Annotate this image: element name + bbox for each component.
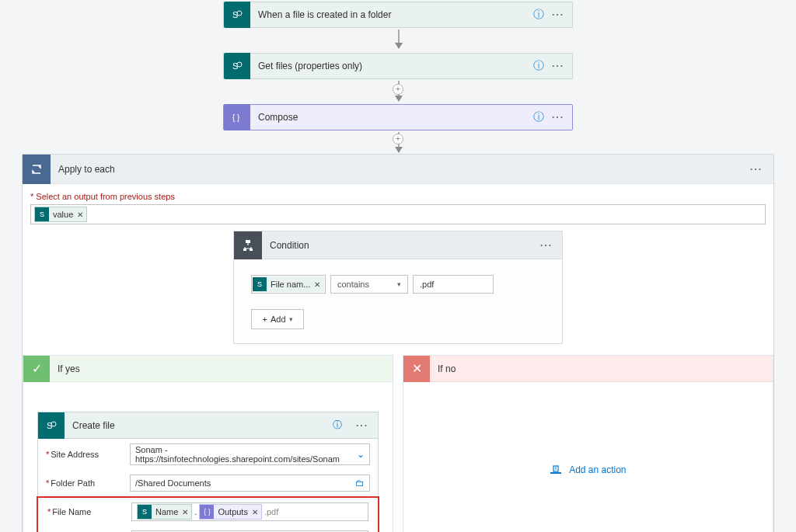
step-trigger[interactable]: S When a file is created in a folder ⓘ ·… (223, 2, 573, 28)
remove-token-icon[interactable]: ✕ (77, 210, 83, 219)
condition-header[interactable]: Condition ··· (234, 231, 562, 259)
create-file-header[interactable]: S Create file ⓘ ··· (38, 412, 378, 439)
remove-token-icon[interactable]: ✕ (182, 508, 188, 516)
operator-label: contains (337, 280, 369, 289)
folder-path-value: /Shared Documents (135, 478, 211, 488)
output-label: Select an output from previous steps (23, 184, 773, 204)
file-name-row: File Name S Name ✕ . { } (40, 498, 376, 526)
more-icon[interactable]: ··· (531, 240, 562, 251)
add-action-label: Add an action (569, 464, 626, 475)
dot-separator: . (194, 507, 197, 516)
compose-icon: { } (224, 104, 250, 130)
if-yes-header[interactable]: ✓ If yes (23, 356, 393, 382)
step-label: Compose (250, 112, 529, 123)
create-file-title: Create file (65, 420, 328, 431)
step-getfiles[interactable]: S Get files (properties only) ⓘ ··· (223, 53, 573, 79)
chevron-down-icon: ⌄ (357, 449, 365, 460)
file-content-row: File Content S File Content ✕ (40, 526, 376, 532)
add-label: Add (271, 315, 286, 324)
folder-path-label: Folder Path (46, 478, 124, 488)
site-address-value: Sonam - https://tsinfotechnologies.share… (135, 445, 365, 464)
site-address-select[interactable]: Sonam - https://tsinfotechnologies.share… (130, 443, 370, 465)
svg-rect-5 (246, 240, 250, 243)
step-label: Get files (properties only) (250, 61, 529, 71)
more-icon[interactable]: ··· (549, 9, 572, 20)
sharepoint-icon: S (224, 2, 250, 28)
loop-icon (23, 155, 51, 184)
filename-suffix: .pdf (264, 507, 278, 516)
sharepoint-icon: S (253, 277, 267, 291)
condition-card: Condition ··· S File nam... ✕ contains ▾… (233, 231, 563, 344)
condition-value-field[interactable]: .pdf (413, 275, 494, 294)
step-label: When a file is created in a folder (250, 9, 529, 20)
apply-to-each-header[interactable]: Apply to each ··· (23, 155, 773, 184)
add-step-button[interactable]: + (393, 84, 403, 95)
token-label: File nam... (271, 280, 310, 289)
foreach-title: Apply to each (51, 164, 739, 175)
file-name-label: File Name (47, 507, 125, 516)
site-address-row: Site Address Sonam - https://tsinfotechn… (38, 439, 378, 470)
token-value[interactable]: S value ✕ (34, 207, 87, 222)
svg-rect-7 (250, 249, 253, 251)
condition-value: .pdf (420, 280, 434, 289)
if-yes-label: If yes (50, 363, 88, 374)
folder-path-row: Folder Path /Shared Documents 🗀 (38, 470, 378, 496)
condition-operator-select[interactable]: contains ▾ (330, 275, 408, 294)
condition-icon (234, 231, 262, 259)
sharepoint-icon: S (138, 505, 152, 519)
more-icon[interactable]: ··· (739, 164, 773, 175)
token-label: Name (155, 507, 178, 516)
site-address-label: Site Address (46, 450, 124, 459)
token-outputs[interactable]: { } Outputs ✕ (199, 504, 262, 520)
check-icon: ✓ (23, 356, 50, 382)
folder-path-input[interactable]: /Shared Documents 🗀 (130, 475, 370, 492)
sharepoint-icon: S (35, 207, 49, 221)
condition-left-field[interactable]: S File nam... ✕ (251, 275, 326, 294)
step-compose[interactable]: { } Compose ⓘ ··· (223, 104, 573, 130)
output-input[interactable]: S value ✕ (30, 204, 766, 224)
help-icon[interactable]: ⓘ (328, 419, 347, 432)
svg-rect-10 (550, 472, 561, 474)
help-icon[interactable]: ⓘ (529, 8, 549, 22)
close-icon: ✕ (403, 356, 430, 382)
help-icon[interactable]: ⓘ (529, 110, 549, 124)
token-filename[interactable]: S File nam... ✕ (253, 276, 324, 292)
sharepoint-icon: S (38, 412, 65, 439)
apply-to-each-container: Apply to each ··· Select an output from … (22, 154, 774, 532)
help-icon[interactable]: ⓘ (529, 59, 549, 73)
if-no-header[interactable]: ✕ If no (403, 356, 773, 382)
if-no-branch: ✕ If no Add an action (403, 355, 773, 532)
token-label: Outputs (218, 507, 248, 516)
svg-rect-6 (243, 249, 246, 251)
token-name[interactable]: S Name ✕ (137, 504, 192, 520)
folder-icon[interactable]: 🗀 (355, 478, 365, 489)
more-icon[interactable]: ··· (549, 112, 572, 123)
sharepoint-icon: S (224, 53, 250, 79)
add-action-link[interactable]: Add an action (550, 464, 626, 475)
condition-title: Condition (262, 240, 531, 251)
compose-icon: { } (200, 505, 214, 519)
condition-row: S File nam... ✕ contains ▾ .pdf (234, 259, 562, 301)
remove-token-icon[interactable]: ✕ (252, 508, 258, 516)
add-action-icon (550, 465, 562, 476)
if-no-label: If no (430, 363, 463, 374)
if-yes-branch: ✓ If yes S Create file ⓘ ··· (23, 355, 393, 532)
token-label: value (53, 210, 73, 219)
add-action-area: Add an action (417, 412, 759, 476)
svg-text:{ }: { } (232, 113, 240, 122)
more-icon[interactable]: ··· (347, 420, 378, 431)
file-name-input[interactable]: S Name ✕ . { } Outputs ✕ (131, 502, 368, 521)
remove-token-icon[interactable]: ✕ (314, 280, 320, 289)
plus-icon: + (262, 315, 267, 324)
create-file-card: S Create file ⓘ ··· Site Address Sonam -… (37, 412, 379, 532)
chevron-down-icon: ▾ (289, 315, 293, 323)
add-step-button[interactable]: + (393, 134, 403, 144)
chevron-down-icon: ▾ (397, 280, 401, 288)
more-icon[interactable]: ··· (549, 61, 572, 71)
connector-arrow (398, 30, 400, 48)
add-condition-button[interactable]: + Add ▾ (251, 309, 304, 329)
